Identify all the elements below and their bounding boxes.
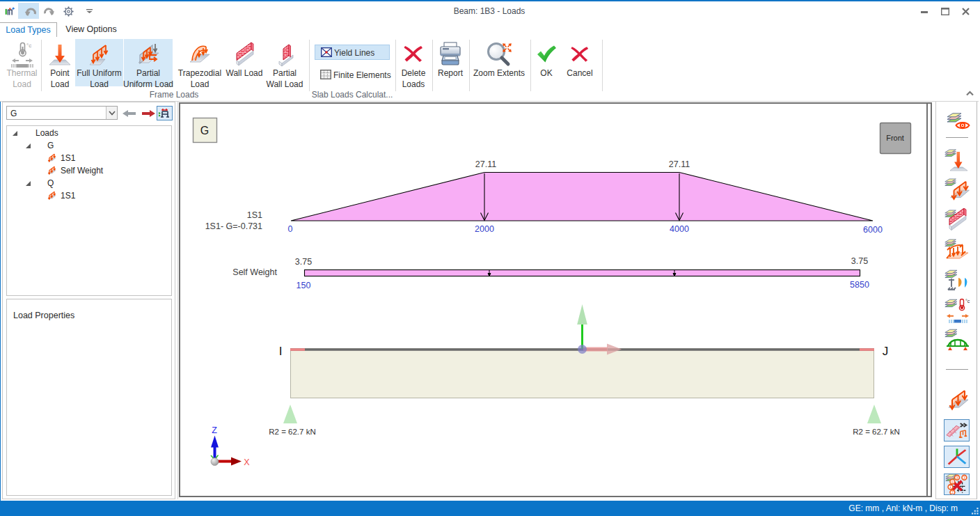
svg-text:Z: Z — [212, 425, 217, 435]
svg-text:150: 150 — [297, 281, 311, 290]
svg-text:1S1: 1S1 — [247, 210, 262, 220]
svg-text:°c: °c — [26, 42, 31, 49]
svg-text:1: 1 — [949, 485, 951, 489]
svg-text:2000: 2000 — [475, 224, 494, 234]
svg-text:R2 = 62.7 kN: R2 = 62.7 kN — [269, 428, 315, 436]
svg-text:6000: 6000 — [863, 225, 883, 235]
svg-text:3: 3 — [956, 476, 958, 480]
svg-text:2: 2 — [951, 490, 954, 494]
svg-text:°c: °c — [965, 299, 970, 304]
svg-text:R2 = 62.7 kN: R2 = 62.7 kN — [853, 428, 899, 436]
svg-text:0: 0 — [288, 224, 293, 234]
svg-text:3: 3 — [963, 476, 965, 480]
svg-text:3.75: 3.75 — [295, 257, 312, 267]
svg-text:27.11: 27.11 — [669, 159, 690, 169]
svg-text:27.11: 27.11 — [475, 159, 496, 169]
svg-text:G: G — [200, 125, 209, 136]
svg-text:I: I — [279, 345, 283, 358]
svg-text:X: X — [244, 458, 250, 467]
svg-text:J: J — [883, 345, 889, 358]
svg-text:1S1- G=-0.731: 1S1- G=-0.731 — [205, 221, 262, 231]
svg-text:Front: Front — [886, 134, 904, 142]
svg-text:Self Weight: Self Weight — [232, 267, 277, 277]
svg-text:4000: 4000 — [670, 224, 689, 234]
svg-text:0: 0 — [951, 480, 954, 484]
svg-text:5850: 5850 — [850, 280, 869, 290]
svg-text:3.75: 3.75 — [851, 256, 868, 266]
